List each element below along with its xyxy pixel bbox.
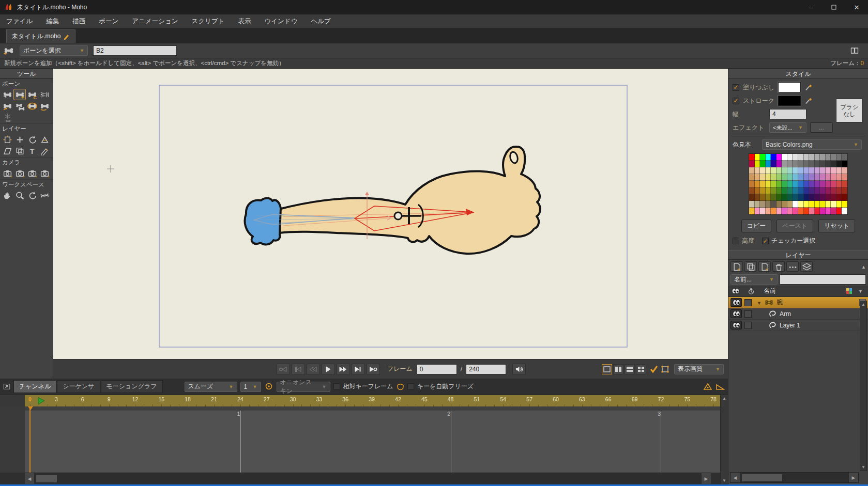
rotate-view-tool[interactable]: [26, 190, 38, 201]
palette-swatch-4-11[interactable]: [809, 181, 815, 187]
palette-swatch-7-8[interactable]: [793, 201, 798, 208]
palette-swatch-2-17[interactable]: [842, 167, 847, 174]
palette-swatch-6-9[interactable]: [798, 194, 804, 201]
palette-swatch-0-9[interactable]: [798, 154, 804, 161]
end-frame-input[interactable]: [466, 364, 506, 374]
add-bone-tool[interactable]: +: [13, 89, 26, 100]
palette-swatch-4-16[interactable]: [836, 181, 842, 187]
palette-swatch-0-10[interactable]: [804, 154, 810, 161]
palette-swatch-1-15[interactable]: [831, 161, 836, 167]
palette-swatch-0-8[interactable]: [793, 154, 798, 161]
layer-expand-icon[interactable]: ▼: [757, 299, 762, 306]
effect-more-button[interactable]: ...: [810, 122, 833, 133]
palette-swatch-5-17[interactable]: [842, 187, 847, 194]
swatches-dropdown[interactable]: Basic Colors.png ▼: [762, 139, 862, 150]
menu-item-4[interactable]: アニメーション: [132, 17, 178, 26]
palette-swatch-3-15[interactable]: [831, 174, 836, 181]
palette-swatch-1-2[interactable]: [760, 161, 766, 167]
palette-swatch-5-8[interactable]: [793, 187, 798, 194]
menu-item-0[interactable]: ファイル: [6, 17, 33, 26]
palette-swatch-4-10[interactable]: [804, 181, 810, 187]
palette-swatch-3-2[interactable]: [760, 174, 766, 181]
palette-swatch-5-6[interactable]: [782, 187, 787, 194]
keyframe-pin-icon[interactable]: [264, 382, 273, 391]
layer-filter-dropdown[interactable]: 名前... ▼: [730, 274, 778, 285]
audio-mute-button[interactable]: [512, 364, 526, 375]
palette-swatch-5-15[interactable]: [831, 187, 836, 194]
palette-swatch-4-3[interactable]: [766, 181, 771, 187]
play-button[interactable]: [322, 364, 335, 375]
palette-swatch-0-5[interactable]: [776, 154, 782, 161]
layers-scroll-thumb[interactable]: [741, 474, 783, 482]
palette-swatch-4-6[interactable]: [782, 181, 787, 187]
palette-swatch-0-13[interactable]: [820, 154, 826, 161]
menu-item-5[interactable]: スクリプト: [192, 17, 225, 26]
reset-button[interactable]: リセット: [818, 220, 855, 232]
timeline-scroll-thumb[interactable]: [36, 475, 57, 483]
palette-swatch-1-17[interactable]: [842, 161, 847, 167]
palette-swatch-3-17[interactable]: [842, 174, 847, 181]
zoom-view-tool[interactable]: [13, 190, 26, 201]
layers-vscrollbar[interactable]: ▲▼: [860, 301, 867, 471]
palette-swatch-2-13[interactable]: [820, 167, 826, 174]
book-layout-icon[interactable]: [849, 46, 860, 55]
scroll-left-icon[interactable]: ◀: [25, 473, 35, 484]
view-split-h-button[interactable]: [625, 364, 635, 374]
layers-collapse-button[interactable]: ▲: [861, 263, 866, 270]
palette-swatch-1-13[interactable]: [820, 161, 826, 167]
delete-layer-button[interactable]: [772, 261, 785, 272]
palette-swatch-4-15[interactable]: [831, 181, 836, 187]
palette-swatch-5-16[interactable]: [836, 187, 842, 194]
palette-swatch-2-14[interactable]: [826, 167, 831, 174]
timeline-expand-icon[interactable]: [3, 383, 10, 390]
orbit-view-tool[interactable]: [38, 190, 51, 201]
palette-swatch-4-13[interactable]: [820, 181, 826, 187]
display-quality-dropdown[interactable]: 表示画質 ▼: [674, 364, 724, 374]
palette-swatch-2-15[interactable]: [831, 167, 836, 174]
roll-camera-tool[interactable]: [26, 167, 38, 179]
layers-hscrollbar[interactable]: ◀ ▶: [730, 472, 859, 483]
tool-selector-dropdown[interactable]: ボーンを選択 ▼: [20, 45, 88, 56]
close-button[interactable]: ✕: [845, 0, 868, 14]
palette-swatch-7-10[interactable]: [804, 201, 810, 208]
timeline-tab-1[interactable]: シーケンサ: [57, 380, 100, 393]
palette-swatch-8-8[interactable]: [793, 208, 798, 214]
fill-color-swatch[interactable]: [778, 82, 801, 92]
palette-swatch-6-2[interactable]: [760, 194, 766, 201]
palette-swatch-4-1[interactable]: [755, 181, 760, 187]
freeze-pose-tool[interactable]: [1, 112, 13, 123]
new-layer-button[interactable]: +: [730, 261, 743, 272]
select-layers-tool[interactable]: [13, 145, 26, 156]
effect-dropdown[interactable]: <未設... ▼: [769, 122, 806, 133]
palette-swatch-1-10[interactable]: [804, 161, 810, 167]
palette-swatch-1-7[interactable]: [787, 161, 793, 167]
palette-swatch-3-0[interactable]: [749, 174, 755, 181]
palette-swatch-5-3[interactable]: [766, 187, 771, 194]
palette-swatch-4-0[interactable]: [749, 181, 755, 187]
palette-swatch-8-1[interactable]: [755, 208, 760, 214]
timeline-playhead[interactable]: [29, 406, 31, 473]
rotate-layer-tool[interactable]: [26, 134, 38, 145]
palette-swatch-2-4[interactable]: [771, 167, 776, 174]
interpolation-dropdown[interactable]: スムーズ▼: [185, 382, 237, 392]
palette-swatch-2-6[interactable]: [782, 167, 787, 174]
palette-swatch-3-7[interactable]: [787, 174, 793, 181]
palette-swatch-6-8[interactable]: [793, 194, 798, 201]
palette-swatch-8-16[interactable]: [836, 208, 842, 214]
palette-swatch-6-14[interactable]: [826, 194, 831, 201]
palette-swatch-8-0[interactable]: [749, 208, 755, 214]
palette-swatch-1-1[interactable]: [755, 161, 760, 167]
flip-layer-tool[interactable]: [38, 134, 51, 145]
palette-swatch-1-9[interactable]: [798, 161, 804, 167]
palette-swatch-7-1[interactable]: [755, 201, 760, 208]
palette-swatch-0-14[interactable]: [826, 154, 831, 161]
step-dropdown[interactable]: 1▼: [240, 382, 261, 392]
palette-swatch-6-13[interactable]: [820, 194, 826, 201]
duplicate-layer-button[interactable]: [744, 261, 757, 272]
palette-swatch-8-13[interactable]: [820, 208, 826, 214]
palette-swatch-5-10[interactable]: [804, 187, 810, 194]
palette-swatch-8-15[interactable]: [831, 208, 836, 214]
palette-swatch-7-3[interactable]: [766, 201, 771, 208]
palette-swatch-2-7[interactable]: [787, 167, 793, 174]
palette-swatch-7-15[interactable]: [831, 201, 836, 208]
